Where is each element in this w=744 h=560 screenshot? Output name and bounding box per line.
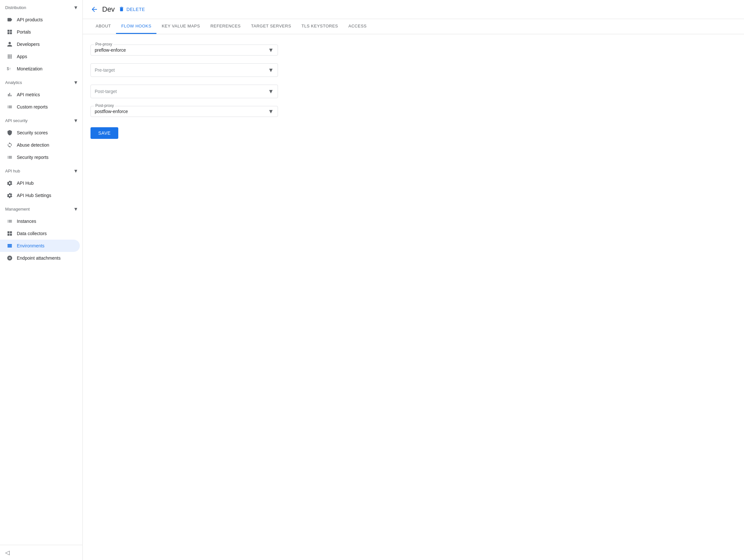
sidebar-section-distribution-label: Distribution <box>5 5 26 10</box>
post-target-wrapper: Post-target ▼ <box>90 85 278 98</box>
sidebar-item-security-scores[interactable]: Security scores <box>0 127 80 139</box>
sidebar-item-abuse-detection-label: Abuse detection <box>17 143 49 148</box>
sidebar-section-analytics-items: API metrics Custom reports <box>0 88 82 113</box>
pre-target-select[interactable]: Pre-target <box>95 68 274 73</box>
sidebar-section-api-security-items: Security scores Abuse detection Security… <box>0 127 82 163</box>
post-proxy-field: Post-proxy postflow-enforce ▼ <box>90 106 278 117</box>
sidebar-section-management-items: Instances Data collectors Environments E… <box>0 215 82 264</box>
sidebar-section-analytics[interactable]: Analytics ▾ <box>0 75 82 88</box>
tabs-bar: ABOUT FLOW HOOKS KEY VALUE MAPS REFERENC… <box>83 19 744 34</box>
management-chevron-icon: ▾ <box>74 205 77 212</box>
sidebar-item-endpoint-attachments-label: Endpoint attachments <box>17 255 61 261</box>
list-icon <box>6 104 13 110</box>
settings-icon <box>6 192 13 199</box>
sidebar-item-api-hub-label: API Hub <box>17 181 34 186</box>
sidebar-section-api-security-label: API security <box>5 118 28 123</box>
content-area: Pre-proxy preflow-enforce ▼ Pre-target ▼… <box>83 34 744 560</box>
back-button[interactable] <box>90 5 98 13</box>
sidebar-item-developers[interactable]: Developers <box>0 38 80 50</box>
tab-about[interactable]: ABOUT <box>90 19 116 34</box>
sidebar-item-data-collectors-label: Data collectors <box>17 231 47 236</box>
delete-icon <box>119 6 124 13</box>
sidebar-item-security-scores-label: Security scores <box>17 130 48 135</box>
api-security-chevron-icon: ▾ <box>74 117 77 124</box>
sidebar-section-api-hub-items: API Hub API Hub Settings <box>0 177 82 202</box>
delete-button[interactable]: DELETE <box>119 6 145 13</box>
sidebar-item-api-products-label: API products <box>17 17 43 22</box>
analytics-chevron-icon: ▾ <box>74 79 77 86</box>
apps-icon <box>6 53 13 60</box>
sidebar-item-custom-reports[interactable]: Custom reports <box>0 101 80 113</box>
sidebar-section-management-label: Management <box>5 207 30 211</box>
tab-flow-hooks[interactable]: FLOW HOOKS <box>116 19 156 34</box>
save-button[interactable]: SAVE <box>90 127 118 139</box>
sidebar-item-apps-label: Apps <box>17 54 27 59</box>
tab-target-servers[interactable]: TARGET SERVERS <box>246 19 296 34</box>
sidebar-section-distribution-items: API products Portals Developers Apps $↑ … <box>0 13 82 75</box>
sidebar-item-custom-reports-label: Custom reports <box>17 104 48 110</box>
sidebar-item-security-reports-label: Security reports <box>17 155 48 160</box>
pre-proxy-label: Pre-proxy <box>94 42 113 46</box>
tab-access[interactable]: ACCESS <box>343 19 372 34</box>
endpoint-icon <box>6 255 13 261</box>
sidebar-item-environments[interactable]: Environments <box>0 240 80 252</box>
sidebar-section-api-hub[interactable]: API hub ▾ <box>0 163 82 177</box>
sidebar-section-management[interactable]: Management ▾ <box>0 202 82 215</box>
sidebar-section-api-hub-label: API hub <box>5 169 20 173</box>
tab-tls-keystores[interactable]: TLS KEYSTORES <box>296 19 343 34</box>
main-header: Dev DELETE <box>83 0 744 19</box>
post-proxy-wrapper: Post-proxy postflow-enforce ▼ <box>90 106 278 117</box>
sidebar-item-environments-label: Environments <box>17 243 45 248</box>
sidebar-item-api-hub[interactable]: API Hub <box>0 177 80 189</box>
sidebar-item-apps[interactable]: Apps <box>0 50 80 63</box>
tab-key-value-maps[interactable]: KEY VALUE MAPS <box>156 19 205 34</box>
sidebar-section-distribution[interactable]: Distribution ▾ <box>0 0 82 13</box>
sidebar-item-instances[interactable]: Instances <box>0 215 80 227</box>
sidebar-item-abuse-detection[interactable]: Abuse detection <box>0 139 80 151</box>
post-target-select[interactable]: Post-target <box>95 89 274 94</box>
svg-rect-2 <box>7 245 12 246</box>
sidebar-item-api-hub-settings-label: API Hub Settings <box>17 193 51 198</box>
pre-proxy-wrapper: Pre-proxy preflow-enforce ▼ <box>90 45 278 55</box>
sidebar-item-instances-label: Instances <box>17 218 36 224</box>
sidebar-item-api-metrics[interactable]: API metrics <box>0 88 80 101</box>
svg-rect-3 <box>7 246 12 247</box>
post-proxy-label: Post-proxy <box>94 103 115 108</box>
distribution-chevron-icon: ▾ <box>74 4 77 11</box>
pre-target-wrapper: Pre-target ▼ <box>90 63 278 77</box>
sidebar-section-analytics-label: Analytics <box>5 80 22 85</box>
sidebar-collapse-icon[interactable]: ◁ <box>5 549 10 556</box>
svg-text:$↑: $↑ <box>7 67 11 71</box>
sidebar: Distribution ▾ API products Portals Deve… <box>0 0 83 560</box>
security-reports-icon <box>6 154 13 161</box>
environments-icon <box>6 243 13 249</box>
pre-proxy-select[interactable]: preflow-enforce <box>95 47 274 53</box>
label-icon <box>6 16 13 23</box>
sidebar-item-security-reports[interactable]: Security reports <box>0 151 80 163</box>
sidebar-item-data-collectors[interactable]: Data collectors <box>0 227 80 240</box>
sidebar-item-api-hub-settings[interactable]: API Hub Settings <box>0 189 80 202</box>
pre-proxy-field: Pre-proxy preflow-enforce ▼ <box>90 45 278 55</box>
sidebar-item-endpoint-attachments[interactable]: Endpoint attachments <box>0 252 80 264</box>
post-proxy-select[interactable]: postflow-enforce <box>95 109 274 114</box>
page-title: Dev <box>102 5 115 13</box>
grid-icon <box>6 230 13 237</box>
sidebar-item-monetization-label: Monetization <box>17 66 42 71</box>
person-icon <box>6 41 13 47</box>
settings-hub-icon <box>6 180 13 186</box>
sidebar-item-portals[interactable]: Portals <box>0 26 80 38</box>
sidebar-item-api-metrics-label: API metrics <box>17 92 40 97</box>
sidebar-item-api-products[interactable]: API products <box>0 13 80 26</box>
tab-references[interactable]: REFERENCES <box>205 19 246 34</box>
sync-icon <box>6 142 13 148</box>
delete-label: DELETE <box>126 7 145 12</box>
sidebar-item-monetization[interactable]: $↑ Monetization <box>0 63 80 75</box>
post-target-field: Post-target ▼ <box>90 85 278 98</box>
svg-rect-1 <box>7 244 12 245</box>
sidebar-section-api-security[interactable]: API security ▾ <box>0 113 82 127</box>
api-hub-chevron-icon: ▾ <box>74 167 77 174</box>
bar-chart-icon <box>6 91 13 98</box>
sidebar-item-developers-label: Developers <box>17 42 40 47</box>
main-content: Dev DELETE ABOUT FLOW HOOKS KEY VALUE MA… <box>83 0 744 560</box>
shield-icon <box>6 129 13 136</box>
